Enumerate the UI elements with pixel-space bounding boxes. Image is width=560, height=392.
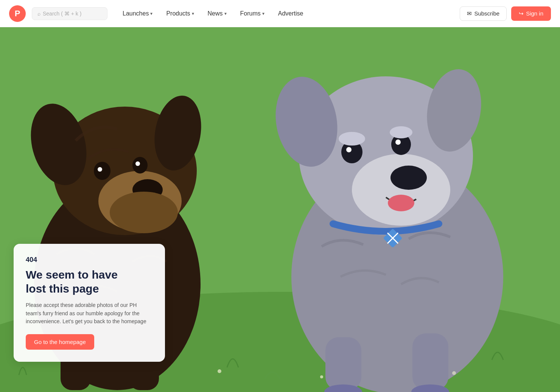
subscribe-icon: ✉ [467, 10, 472, 17]
navigation: P ⌕ Search ( ⌘ + k ) Launches ▾ Products… [0, 0, 560, 27]
search-icon: ⌕ [37, 11, 40, 17]
svg-point-8 [132, 157, 148, 174]
homepage-button[interactable]: Go to the homepage [26, 334, 94, 350]
chevron-down-icon: ▾ [192, 11, 194, 16]
search-placeholder: Search ( ⌘ + k ) [43, 11, 81, 17]
svg-point-21 [346, 147, 352, 152]
error-title: We seem to have lost this page [26, 268, 153, 296]
svg-point-17 [352, 154, 450, 226]
error-description: Please accept these adorable photos of o… [26, 301, 153, 326]
site-logo[interactable]: P [9, 5, 26, 22]
error-card: 404 We seem to have lost this page Pleas… [14, 244, 165, 362]
nav-link-forums[interactable]: Forums ▾ [234, 7, 271, 20]
svg-point-26 [339, 132, 365, 146]
svg-rect-32 [412, 333, 448, 390]
chevron-down-icon: ▾ [262, 11, 264, 16]
error-code: 404 [26, 256, 153, 264]
svg-point-19 [388, 195, 414, 211]
svg-point-37 [452, 371, 456, 375]
svg-point-6 [94, 162, 110, 180]
nav-actions: ✉ Subscribe ↪ Sign in [460, 6, 551, 21]
nav-link-launches[interactable]: Launches ▾ [117, 7, 159, 20]
svg-rect-31 [325, 337, 361, 390]
chevron-down-icon: ▾ [150, 11, 152, 16]
nav-link-news[interactable]: News ▾ [202, 7, 233, 20]
chevron-down-icon: ▾ [224, 11, 227, 16]
svg-point-35 [218, 369, 221, 373]
signin-button[interactable]: ↪ Sign in [511, 6, 551, 21]
nav-link-products[interactable]: Products ▾ [160, 7, 200, 20]
svg-point-18 [390, 166, 427, 190]
svg-point-27 [390, 126, 412, 138]
nav-link-advertise[interactable]: Advertise [272, 7, 310, 20]
signin-icon: ↪ [519, 10, 524, 17]
svg-point-9 [135, 161, 140, 166]
hero-background: 404 We seem to have lost this page Pleas… [0, 27, 560, 392]
nav-links: Launches ▾ Products ▾ News ▾ Forums ▾ Ad… [117, 7, 457, 20]
subscribe-button[interactable]: ✉ Subscribe [460, 6, 507, 21]
svg-point-36 [320, 375, 323, 378]
svg-point-23 [395, 139, 401, 145]
search-bar[interactable]: ⌕ Search ( ⌘ + k ) [32, 7, 107, 20]
svg-point-7 [98, 167, 102, 172]
svg-point-12 [110, 192, 178, 233]
